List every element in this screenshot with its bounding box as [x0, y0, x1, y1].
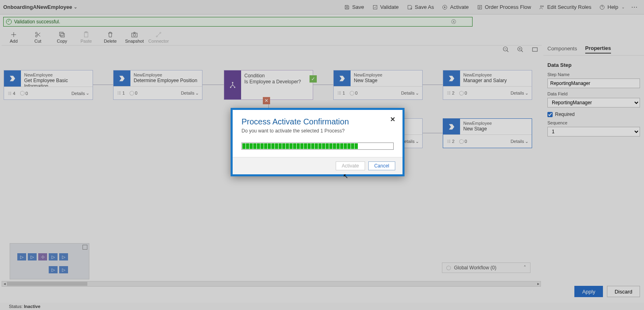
condition-false-icon: ✕ — [263, 97, 270, 104]
connector-button: Connector — [147, 29, 171, 43]
tab-components[interactable]: Components — [547, 45, 577, 53]
zoom-out-icon[interactable] — [502, 46, 510, 53]
trash-icon — [107, 31, 114, 38]
details-toggle[interactable]: Details ⌄ — [71, 91, 89, 96]
scroll-right-icon[interactable]: ▸ — [536, 281, 541, 286]
save-as-button[interactable]: Save As — [403, 0, 438, 14]
stage-entity: NewEmployee — [24, 72, 89, 78]
minimap-node: ⊹ — [38, 253, 47, 260]
tab-properties[interactable]: Properties — [585, 45, 611, 54]
stage-card[interactable]: NewEmployeeManager and Salary 2 0 Detail… — [443, 70, 532, 100]
chevron-up-icon: ˄ — [524, 265, 526, 271]
fit-screen-icon[interactable] — [531, 46, 539, 53]
steps-count: 1 — [117, 91, 125, 95]
scroll-thumb[interactable] — [7, 282, 87, 286]
svg-rect-0 — [373, 5, 377, 9]
stage-entity: NewEmployee — [463, 120, 528, 126]
svg-point-21 — [234, 87, 235, 88]
activate-button[interactable]: Activate — [438, 0, 473, 14]
minimap[interactable]: ▷ ▷ ⊹ ▷ ▷ ▷ ▷ — [10, 243, 89, 279]
status-value: Inactive — [24, 304, 40, 309]
cut-button[interactable]: Cut — [26, 29, 50, 43]
stage-card[interactable]: NewEmployeeNew Stage 1 0 Details ⌄ — [333, 70, 423, 100]
delete-button[interactable]: Delete — [98, 29, 122, 43]
process-title[interactable]: OnboardingANewEmployee ⌄ — [3, 4, 77, 10]
plus-icon — [10, 31, 17, 38]
chevron-down-icon: ⌄ — [195, 91, 199, 96]
details-toggle[interactable]: Details ⌄ — [510, 91, 528, 96]
stage-card[interactable]: NewEmployeeGet Employee Basic Informatio… — [4, 70, 93, 100]
stage-name: New Stage — [354, 78, 419, 83]
expand-icon[interactable] — [83, 245, 87, 250]
order-process-flow-button[interactable]: Order Process Flow — [473, 0, 535, 14]
snapshot-button[interactable]: Snapshot — [122, 29, 147, 43]
help-button[interactable]: Help ⌄ — [595, 0, 629, 14]
global-workflow-chip[interactable]: Global Workflow (0) ˄ — [442, 262, 530, 273]
dialog-title: Process Activate Confirmation — [242, 117, 394, 126]
copy-button[interactable]: Copy — [50, 29, 74, 43]
condition-entity: Condition — [244, 73, 310, 79]
minimap-node: ▷ — [49, 253, 58, 260]
flows-count: 0 — [350, 91, 357, 95]
apply-button[interactable]: Apply — [574, 286, 603, 297]
paste-icon — [83, 31, 90, 38]
data-field-label: Data Field — [547, 91, 640, 96]
step-name-input[interactable] — [547, 79, 640, 88]
validate-button[interactable]: Validate — [368, 0, 403, 14]
horizontal-scrollbar[interactable]: ◂ ▸ — [2, 281, 541, 287]
minimap-node: ▷ — [49, 266, 58, 273]
status-bar: Status: Inactive — [0, 303, 644, 310]
save-as-label: Save As — [415, 4, 434, 10]
details-toggle[interactable]: Details ⌄ — [510, 139, 528, 144]
step-name-label: Step Name — [547, 72, 640, 77]
process-title-text: OnboardingANewEmployee — [3, 4, 72, 10]
details-toggle[interactable]: Details ⌄ — [401, 91, 419, 96]
success-icon — [6, 19, 12, 25]
progress-bar — [242, 143, 394, 150]
save-button[interactable]: Save — [340, 0, 368, 14]
close-icon[interactable]: ⓧ — [451, 19, 456, 25]
status-label: Status: — [9, 304, 23, 309]
stage-name: New Stage — [463, 126, 528, 132]
sequence-select[interactable]: 1 — [547, 127, 640, 136]
right-pane-tabs: Components Properties — [543, 43, 644, 56]
scroll-left-icon[interactable]: ◂ — [2, 281, 7, 286]
stage-icon — [114, 70, 130, 86]
required-label: Required — [555, 112, 575, 117]
save-as-icon — [407, 4, 413, 10]
svg-rect-8 — [61, 33, 64, 37]
chevron-down-icon: ⌄ — [74, 4, 77, 10]
copy-icon — [58, 31, 66, 38]
connector-icon — [155, 31, 162, 38]
stage-name: Get Employee Basic Information — [24, 78, 89, 87]
details-toggle[interactable]: Details ⌄ — [181, 91, 199, 96]
zoom-in-icon[interactable] — [517, 46, 524, 53]
add-button[interactable]: Add — [2, 29, 26, 43]
required-checkbox[interactable] — [547, 112, 553, 117]
more-menu-button[interactable]: ⋯ — [629, 3, 641, 11]
workflow-icon — [446, 266, 451, 270]
connector-line — [423, 85, 443, 85]
flows-count: 0 — [459, 91, 467, 95]
data-field-select[interactable]: ReportingManager — [547, 98, 640, 107]
security-icon — [539, 4, 545, 10]
discard-button[interactable]: Discard — [607, 286, 640, 297]
save-icon — [344, 4, 350, 10]
stage-card-selected[interactable]: NewEmployeeNew Stage 2 0 Details ⌄ — [443, 118, 532, 148]
edit-security-roles-button[interactable]: Edit Security Roles — [535, 0, 595, 14]
validate-label: Validate — [380, 4, 399, 10]
order-label: Order Process Flow — [485, 4, 531, 10]
stage-entity: NewEmployee — [134, 72, 199, 78]
dialog-cancel-button[interactable]: Cancel — [368, 161, 395, 170]
stage-card[interactable]: NewEmployeeDetermine Employee Position 1… — [113, 70, 202, 100]
connector-line — [313, 85, 333, 85]
properties-heading: Data Step — [547, 62, 640, 68]
close-icon[interactable]: ✕ — [390, 116, 395, 123]
stage-entity: NewEmployee — [463, 72, 528, 78]
steps-count: 1 — [337, 91, 345, 95]
condition-card[interactable]: ConditionIs Employee a Developer? ✓ ✕ — [224, 70, 313, 100]
svg-rect-9 — [60, 32, 63, 36]
validation-banner: Validation successful. ⓧ — [3, 17, 473, 27]
svg-point-4 — [543, 6, 544, 7]
svg-point-3 — [541, 5, 542, 6]
